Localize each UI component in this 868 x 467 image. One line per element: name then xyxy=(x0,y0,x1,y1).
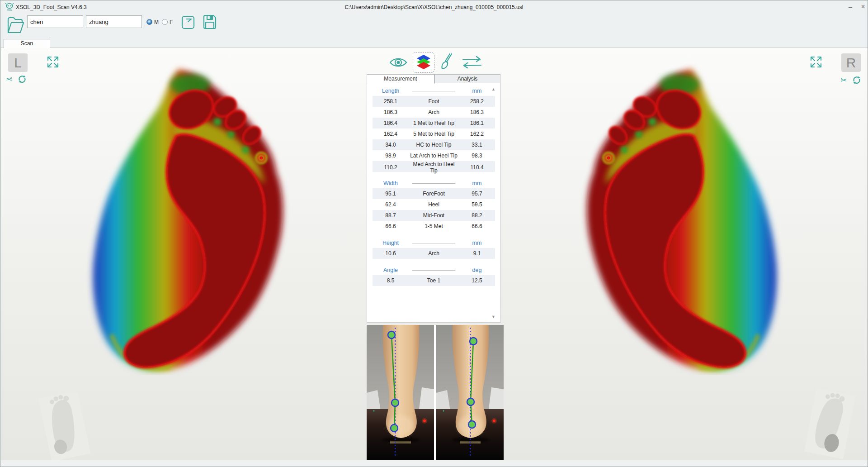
measurement-section: Height mm 10.6Arch9.1 xyxy=(367,238,500,259)
measurement-value-right: 186.1 xyxy=(459,120,495,126)
measurement-row: 95.1ForeFoot95.7 xyxy=(373,188,495,199)
scroll-down-icon[interactable]: ▼ xyxy=(491,315,495,319)
tab-scan[interactable]: Scan xyxy=(4,39,50,48)
rotate-right-icon[interactable] xyxy=(852,76,861,85)
section-divider xyxy=(412,270,455,271)
measurement-value-left: 62.4 xyxy=(373,201,409,208)
marker-handle[interactable] xyxy=(391,424,398,432)
measurement-value-right: 88.2 xyxy=(459,212,495,219)
window-bottom-strip xyxy=(1,460,868,467)
titlebar: XSOL XSOL_3D_Foot_Scan V4.6.3 C:\Users\a… xyxy=(0,0,868,14)
section-title: Length xyxy=(373,88,409,94)
brush-icon[interactable] xyxy=(439,53,453,71)
measurement-value-left: 110.2 xyxy=(373,164,409,171)
left-foot-scan[interactable] xyxy=(82,63,292,375)
section-title: Height xyxy=(373,240,409,246)
measurement-value-left: 258.1 xyxy=(373,98,409,105)
marker-handle[interactable] xyxy=(388,331,395,338)
expand-left-icon[interactable] xyxy=(46,55,60,69)
measurement-value-left: 8.5 xyxy=(373,277,409,284)
measurement-label: Heel xyxy=(409,201,459,208)
measurement-value-right: 66.6 xyxy=(459,223,495,229)
measurement-label: Toe 1 xyxy=(409,277,459,284)
measurement-label: Arch xyxy=(409,109,459,115)
last-name-input[interactable] xyxy=(86,15,142,28)
measurement-row: 186.41 Met to Heel Tip186.1 xyxy=(373,118,495,129)
eye-icon[interactable] xyxy=(388,56,408,69)
section-unit: mm xyxy=(459,240,495,246)
section-unit: mm xyxy=(459,88,495,94)
right-foot-scan[interactable] xyxy=(578,63,788,375)
measurement-value-left: 88.7 xyxy=(373,212,409,219)
ankle-photo-left[interactable] xyxy=(367,325,434,460)
marker-handle[interactable] xyxy=(470,338,477,345)
measurement-label: HC to Heel Tip xyxy=(409,142,459,148)
cut-left-icon[interactable]: ✂ xyxy=(6,75,12,84)
gender-male-radio[interactable] xyxy=(146,19,152,25)
measurement-row: 66.61-5 Met66.6 xyxy=(373,221,495,232)
expand-right-icon[interactable] xyxy=(809,55,823,69)
measurement-label: Arch xyxy=(409,250,459,257)
rotate-left-icon[interactable] xyxy=(18,75,27,84)
measurement-label: Mid-Foot xyxy=(409,212,459,219)
measurement-value-right: 162.2 xyxy=(459,131,495,137)
measurement-row: 88.7Mid-Foot88.2 xyxy=(373,210,495,221)
gender-male-label: M xyxy=(154,19,159,25)
right-foot-label: R xyxy=(841,53,861,72)
cut-right-icon[interactable]: ✂ xyxy=(840,76,847,85)
measurement-section: Width mm 95.1ForeFoot95.762.4Heel59.588.… xyxy=(367,178,500,232)
measurement-value-left: 10.6 xyxy=(373,250,409,257)
marker-handle[interactable] xyxy=(392,399,399,406)
right-foot-thumbnail[interactable] xyxy=(792,389,866,461)
measurement-label: Lat Arch to Heel Tip xyxy=(409,152,459,159)
left-foot-thumbnail[interactable] xyxy=(27,392,101,461)
layers-icon[interactable] xyxy=(413,52,434,73)
section-divider xyxy=(412,91,455,91)
section-divider xyxy=(412,243,455,243)
gender-female-label: F xyxy=(170,19,173,25)
measurement-sections: Length mm 258.1Foot258.2186.3Arch186.318… xyxy=(367,86,500,286)
measurement-value-left: 95.1 xyxy=(373,191,409,197)
minimize-button[interactable]: – xyxy=(845,2,856,12)
app-window: XSOL XSOL_3D_Foot_Scan V4.6.3 C:\Users\a… xyxy=(0,0,868,467)
measurement-row: 10.6Arch9.1 xyxy=(373,248,495,259)
first-name-input[interactable] xyxy=(27,15,83,28)
section-title: Angle xyxy=(373,267,409,273)
marker-handle[interactable] xyxy=(468,421,476,428)
measurement-value-left: 98.9 xyxy=(373,152,409,159)
file-path: C:\Users\admin\Desktop\Scan\X\XSOL\chen_… xyxy=(0,4,868,10)
measurement-section: Angle deg 8.5Toe 112.5 xyxy=(367,265,500,286)
tab-measurement[interactable]: Measurement xyxy=(367,74,434,84)
measurement-label: ForeFoot xyxy=(409,191,459,197)
left-foot-label: L xyxy=(8,53,28,72)
measurement-row: 110.2Med Arch to Heel Tip110.4 xyxy=(373,161,495,172)
ankle-photo-right[interactable] xyxy=(436,325,504,460)
measurement-row: 186.3Arch186.3 xyxy=(373,107,495,118)
measurement-value-left: 34.0 xyxy=(373,142,409,148)
measurement-value-right: 258.2 xyxy=(459,98,495,105)
save-icon[interactable] xyxy=(203,14,217,30)
new-note-icon[interactable] xyxy=(181,14,195,30)
measurement-row: 258.1Foot258.2 xyxy=(373,96,495,107)
swap-icon[interactable] xyxy=(462,56,482,69)
measurement-section: Length mm 258.1Foot258.2186.3Arch186.318… xyxy=(367,86,500,172)
measurement-label: Foot xyxy=(409,98,459,105)
measurement-row: 62.4Heel59.5 xyxy=(373,199,495,210)
measurement-row: 8.5Toe 112.5 xyxy=(373,275,495,286)
measurement-value-left: 66.6 xyxy=(373,223,409,229)
measurement-value-right: 9.1 xyxy=(459,250,495,257)
measurement-value-left: 186.4 xyxy=(373,120,409,126)
close-button[interactable]: × xyxy=(858,2,868,12)
measurement-value-right: 12.5 xyxy=(459,277,495,284)
open-folder-icon[interactable] xyxy=(7,15,24,34)
measurement-value-right: 186.3 xyxy=(459,109,495,115)
section-divider xyxy=(412,183,455,184)
measurement-value-right: 98.3 xyxy=(459,152,495,159)
gender-female-radio[interactable] xyxy=(162,19,168,25)
measurement-value-right: 95.7 xyxy=(459,191,495,197)
measurement-row: 34.0HC to Heel Tip33.1 xyxy=(373,139,495,150)
scroll-up-icon[interactable]: ▲ xyxy=(491,87,495,91)
measurement-value-left: 162.4 xyxy=(373,131,409,137)
marker-handle[interactable] xyxy=(467,398,474,405)
tab-analysis[interactable]: Analysis xyxy=(434,74,500,84)
